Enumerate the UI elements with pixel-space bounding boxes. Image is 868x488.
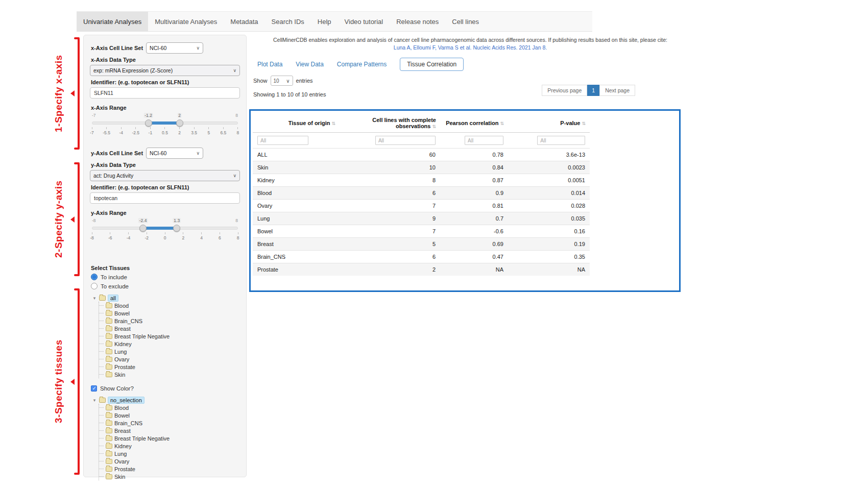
y-range-track[interactable] (92, 227, 238, 230)
folder-icon (106, 372, 112, 377)
folder-icon (106, 326, 112, 331)
filter-input-pearson[interactable] (465, 136, 503, 145)
tree-item[interactable]: Bowel (99, 309, 240, 317)
column-header[interactable]: Pearson correlation⇅ (440, 113, 508, 133)
tissues-exclude-radio[interactable]: To exclude (91, 283, 240, 289)
y-range-from-label: -2.4 (138, 218, 148, 223)
show-color-checkbox-row[interactable]: Show Color? (91, 385, 240, 392)
x-data-type-select[interactable]: exp: mRNA Expression (Z-Score) ∨ (90, 65, 240, 76)
filter-input-tissue[interactable] (257, 136, 308, 145)
tree-item[interactable]: Ovary (99, 457, 240, 465)
nav-item[interactable]: Cell lines (445, 12, 486, 31)
tree-expand-icon[interactable]: ▾ (92, 296, 97, 301)
cell-tissue: Brain_CNS (253, 251, 340, 263)
x-range-handle-to[interactable] (176, 119, 183, 127)
cell-pvalue: 0.028 (508, 200, 590, 212)
cell-count: 5 (340, 238, 440, 251)
nav-item[interactable]: Multivariate Analyses (148, 12, 224, 31)
tree-item[interactable]: Breast Triple Negative (99, 332, 240, 340)
annotation-step3: 3-Specify tissues (50, 288, 67, 475)
column-header-label: Tissue of origin (288, 120, 330, 126)
tissue-include-tree: ▾ all Blood Bowel (92, 295, 240, 378)
tree-item-label: Breast Triple Negative (114, 435, 170, 442)
nav-item[interactable]: Help (311, 12, 338, 31)
y-cell-line-set-select[interactable]: NCI-60 ∨ (146, 148, 203, 159)
column-header[interactable]: Tissue of origin⇅ (253, 113, 340, 133)
nav-item-label: Release notes (396, 18, 439, 26)
y-range-handle-from[interactable] (139, 225, 147, 232)
x-range-track[interactable] (92, 121, 238, 125)
folder-icon (106, 357, 112, 362)
x-range-slider[interactable]: -7 8 -1.2 2 -7-5.5-4-2.5-10.523.556.58 (92, 113, 238, 139)
x-identifier-input[interactable] (90, 87, 240, 99)
tree-item[interactable]: Skin (99, 473, 240, 480)
folder-icon (99, 398, 106, 403)
tree-item[interactable]: Breast (99, 325, 240, 332)
tree-expand-icon[interactable]: ▾ (92, 398, 97, 403)
tree-item[interactable]: Bowel (99, 411, 240, 419)
y-range-slider[interactable]: -8 8 -2.4 1.3 -8-6-4-202468 (92, 218, 238, 245)
y-range-label: y-Axis Range (91, 210, 240, 216)
nav-item[interactable]: Search IDs (265, 12, 311, 31)
filter-input-cell-lines[interactable] (375, 136, 436, 145)
tree-root-no-selection[interactable]: ▾ no_selection (92, 397, 240, 404)
entries-select[interactable]: 10 ∨ (271, 76, 293, 86)
tab[interactable]: Plot Data (257, 61, 282, 68)
table-row: Prostate 2 NA NA (253, 263, 590, 276)
x-cell-line-set-select[interactable]: NCI-60 ∨ (146, 42, 203, 54)
tree-item[interactable]: Lung (99, 348, 240, 355)
radio-unselected-icon (91, 283, 98, 289)
tree-item[interactable]: Breast Triple Negative (99, 434, 240, 442)
tree-item[interactable]: Prostate (99, 465, 240, 473)
tree-item-label: Prostate (114, 364, 135, 370)
main-panel: CellMinerCDB enables exploration and ana… (250, 35, 690, 119)
tab[interactable]: Tissue Correlation (400, 58, 464, 71)
column-header[interactable]: Cell lines with complete observations⇅ (340, 113, 440, 133)
nav-item[interactable]: Metadata (224, 12, 264, 31)
folder-icon (106, 405, 112, 410)
tree-item[interactable]: Prostate (99, 363, 240, 371)
sort-icon: ⇅ (331, 121, 335, 126)
cell-tissue: Prostate (253, 263, 340, 276)
tree-item[interactable]: Brain_CNS (99, 317, 240, 325)
current-page-button[interactable]: 1 (587, 85, 599, 96)
tree-item[interactable]: Lung (99, 450, 240, 457)
tree-item-label: Blood (114, 303, 129, 309)
tree-item[interactable]: Kidney (99, 340, 240, 348)
filter-input-pvalue[interactable] (537, 136, 585, 145)
tree-item[interactable]: Brain_CNS (99, 419, 240, 427)
tree-item[interactable]: Blood (99, 302, 240, 309)
chevron-down-icon: ∨ (286, 78, 290, 84)
folder-icon (106, 444, 112, 449)
tab[interactable]: View Data (296, 61, 323, 68)
nav-item-label: Video tutorial (345, 18, 383, 26)
y-range-handle-to[interactable] (173, 225, 180, 232)
tree-item-label: Breast (114, 326, 131, 332)
tissues-include-radio[interactable]: To include (91, 274, 240, 280)
cell-tissue: ALL (253, 149, 340, 161)
nav-item[interactable]: Video tutorial (338, 12, 390, 31)
y-data-type-select[interactable]: act: Drug Activity ∨ (90, 170, 240, 181)
tab[interactable]: Compare Patterns (337, 61, 387, 68)
tree-item[interactable]: Skin (99, 371, 240, 378)
chevron-down-icon: ∨ (233, 68, 236, 73)
nav-item-label: Multivariate Analyses (155, 18, 217, 26)
cell-pearson: NA (440, 263, 508, 276)
nav-item[interactable]: Release notes (390, 12, 445, 31)
tree-root-all[interactable]: ▾ all (92, 295, 240, 302)
nav-item-label: Metadata (230, 18, 258, 26)
citation-link[interactable]: Luna A, Elloumi F, Varma S et al. Nuclei… (250, 44, 690, 51)
nav-item[interactable]: Univariate Analyses (77, 12, 148, 31)
column-header[interactable]: P-value⇅ (508, 113, 590, 133)
tree-item[interactable]: Kidney (99, 442, 240, 450)
column-header-label: Cell lines with complete observations (372, 117, 436, 129)
x-range-handle-from[interactable] (145, 119, 152, 127)
tree-item[interactable]: Breast (99, 427, 240, 434)
tree-item[interactable]: Ovary (99, 355, 240, 363)
previous-page-button[interactable]: Previous page (542, 85, 587, 96)
tissues-include-label: To include (101, 274, 127, 280)
next-page-button[interactable]: Next page (599, 85, 635, 96)
y-identifier-input[interactable] (90, 192, 240, 204)
x-cell-line-set-label: x-Axis Cell Line Set (91, 45, 143, 51)
tree-item[interactable]: Blood (99, 404, 240, 411)
